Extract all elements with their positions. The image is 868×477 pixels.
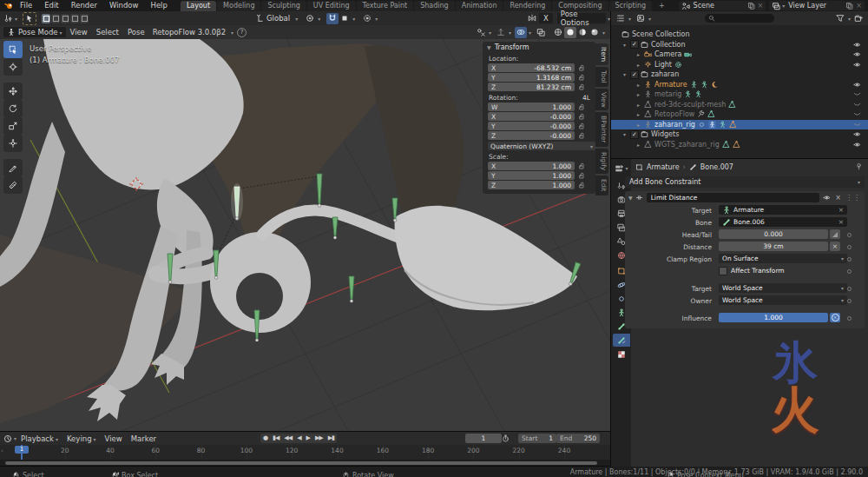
- outliner-row-scene-collection[interactable]: Scene Collection: [611, 30, 868, 40]
- distance-slider[interactable]: 39 cm: [719, 242, 828, 251]
- playback-play-reverse-button[interactable]: ◀: [294, 434, 303, 443]
- expand-icon[interactable]: ▾: [623, 131, 630, 137]
- tool-measure[interactable]: [3, 176, 23, 194]
- timeline-menu-keying[interactable]: Keying▾: [62, 434, 101, 443]
- lock-open-icon[interactable]: [575, 162, 589, 169]
- armature-data-icon[interactable]: [690, 81, 698, 89]
- eye-open-icon[interactable]: [853, 81, 861, 89]
- menu-window[interactable]: Window: [103, 0, 145, 11]
- breadcrumb-bone[interactable]: Bone.007: [700, 163, 733, 171]
- tool-select-box[interactable]: [3, 41, 23, 58]
- action-icon[interactable]: [711, 81, 719, 89]
- breadcrumb-object[interactable]: Armature: [647, 163, 680, 171]
- rotation-Z-field[interactable]: Z-0.000: [488, 131, 575, 140]
- workspace-tab-sculpting[interactable]: Sculpting: [261, 1, 306, 11]
- expand-icon[interactable]: ▸: [637, 122, 644, 128]
- timeline-menu-view[interactable]: View: [101, 434, 127, 443]
- head-tail-slider[interactable]: 0.000: [719, 229, 828, 239]
- menu-edit[interactable]: Edit: [38, 0, 64, 11]
- select-mode-0[interactable]: [42, 14, 50, 23]
- outliner-row-metarig[interactable]: ▸metarig: [611, 89, 868, 100]
- shading-rendered-icon[interactable]: [589, 27, 601, 38]
- shading-wireframe-icon[interactable]: [552, 27, 564, 38]
- scale-Z-field[interactable]: Z1.000: [488, 181, 575, 189]
- mirror-x-button[interactable]: X: [539, 13, 553, 23]
- clear-icon[interactable]: ×: [838, 206, 844, 214]
- retopoflow-menu[interactable]: RetopoFlow 3.0.0β2: [149, 27, 229, 37]
- copy-icon[interactable]: [845, 2, 853, 10]
- tool-cursor[interactable]: [3, 58, 23, 76]
- viewport-menu-pose[interactable]: Pose: [123, 28, 149, 36]
- close-icon[interactable]: ×: [856, 2, 862, 10]
- frame-start-field[interactable]: Start1: [518, 434, 556, 443]
- rotation-X-field[interactable]: X-0.000: [488, 112, 575, 121]
- viewport-3d[interactable]: User Perspective (1) Armature : Bone.007…: [0, 39, 610, 431]
- n-panel-tab-tool[interactable]: Tool: [595, 67, 608, 87]
- playback-jump-end-button[interactable]: ▶▮: [326, 434, 337, 443]
- timeline-menu-playback[interactable]: Playback▾: [16, 434, 62, 443]
- outliner-row-zaharan[interactable]: ▾✓zaharan: [611, 70, 868, 80]
- outliner-row-retopoflow[interactable]: ▸RetopoFlow: [611, 109, 868, 120]
- scene-selector[interactable]: Scene ×: [679, 1, 766, 10]
- outliner-display-mode-icon[interactable]: [615, 13, 627, 24]
- tool-rotate[interactable]: [3, 100, 23, 117]
- xray-icon[interactable]: [535, 27, 547, 38]
- eye-open-icon[interactable]: [853, 141, 861, 149]
- lock-open-icon[interactable]: [575, 172, 589, 179]
- clear-icon[interactable]: ×: [838, 218, 844, 226]
- eye-open-icon[interactable]: [853, 41, 861, 49]
- outliner-row-armature[interactable]: ▸Armature: [611, 80, 868, 90]
- expand-icon[interactable]: ▸: [637, 102, 644, 108]
- ramp-toggle-icon[interactable]: [830, 229, 840, 239]
- keyframe-dot-icon[interactable]: [847, 299, 852, 303]
- proportional-edit-icon[interactable]: [361, 13, 373, 24]
- expand-icon[interactable]: ▾: [623, 42, 630, 48]
- add-workspace-button[interactable]: +: [653, 1, 671, 11]
- workspace-tab-scripting[interactable]: Scripting: [609, 1, 653, 11]
- outliner-row-collection[interactable]: ▾✓Collection: [611, 40, 868, 50]
- current-frame-field[interactable]: 1: [465, 434, 502, 443]
- stopwatch-icon[interactable]: [502, 434, 510, 442]
- pivot-point-icon[interactable]: [304, 13, 316, 24]
- timeline-ruler[interactable]: ‹ 1 20406080100120140160180200220240: [0, 445, 610, 460]
- constraint-name-field[interactable]: Limit Distance: [647, 193, 820, 202]
- animate-icon[interactable]: ×: [830, 313, 840, 322]
- pin-icon[interactable]: [855, 162, 863, 170]
- editor-type-properties-icon[interactable]: ▾: [613, 162, 630, 175]
- outliner-item-name[interactable]: Scene Collection: [632, 30, 690, 38]
- pose-icon[interactable]: [719, 121, 727, 129]
- tool-settings-icon[interactable]: [4, 14, 13, 23]
- view-layer-selector[interactable]: ▾ View Layer ×: [769, 1, 865, 10]
- shading-material-icon[interactable]: [576, 27, 589, 38]
- keyframe-dot-icon[interactable]: [847, 233, 852, 237]
- n-panel-tab-edit[interactable]: Edit: [595, 176, 608, 195]
- location-Z-field[interactable]: Z81.232 cm: [488, 83, 575, 91]
- lock-open-icon[interactable]: [575, 83, 589, 90]
- pose-bone[interactable]: [254, 310, 260, 341]
- mesh-data-icon[interactable]: [722, 141, 730, 149]
- eye-open-icon[interactable]: [853, 61, 861, 69]
- lock-open-icon[interactable]: [575, 113, 589, 120]
- expand-icon[interactable]: ▸: [637, 82, 644, 88]
- pose-icon[interactable]: [700, 81, 708, 89]
- pose-options-dropdown[interactable]: Pose Options: [557, 13, 606, 23]
- lock-open-icon[interactable]: [575, 132, 589, 139]
- eye-open-icon[interactable]: [853, 50, 861, 58]
- select-mode-3[interactable]: [70, 14, 79, 23]
- collection-checkbox[interactable]: ✓: [630, 130, 639, 139]
- workspace-tab-rendering[interactable]: Rendering: [503, 1, 551, 11]
- workspace-tab-animation[interactable]: Animation: [456, 1, 503, 11]
- rotation-mode-dropdown[interactable]: Quaternion (WXYZ)▾: [488, 142, 595, 150]
- influence-slider[interactable]: 1.000: [719, 313, 828, 322]
- copy-icon[interactable]: [747, 2, 755, 10]
- help-icon[interactable]: ?: [237, 28, 247, 37]
- constraint-icon[interactable]: [698, 121, 706, 129]
- snap-target-icon[interactable]: [339, 13, 351, 24]
- clamp-region-dropdown[interactable]: On Surface▾: [719, 254, 847, 263]
- timeline-menu-marker[interactable]: Marker: [127, 434, 161, 443]
- constraint-drag-icon[interactable]: ⋮⋮: [845, 194, 861, 202]
- eye-closed-icon[interactable]: [853, 121, 861, 129]
- playhead-badge[interactable]: 1: [15, 446, 29, 454]
- pose-bone[interactable]: [317, 174, 322, 207]
- outliner-row-wgts-zaharan-rig[interactable]: ▸WGTS_zaharan_rig: [611, 140, 868, 150]
